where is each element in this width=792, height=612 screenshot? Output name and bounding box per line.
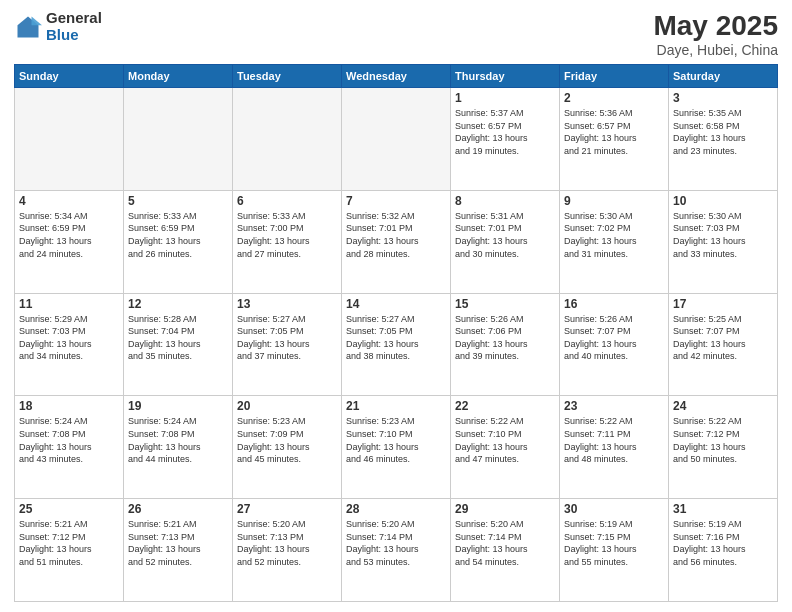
day-info: Sunrise: 5:24 AM Sunset: 7:08 PM Dayligh… — [128, 415, 228, 465]
day-number: 21 — [346, 399, 446, 413]
calendar-title: May 2025 — [653, 10, 778, 42]
day-info: Sunrise: 5:33 AM Sunset: 6:59 PM Dayligh… — [128, 210, 228, 260]
calendar-day: 26Sunrise: 5:21 AM Sunset: 7:13 PM Dayli… — [124, 499, 233, 602]
logo-icon — [14, 13, 42, 41]
svg-marker-0 — [18, 16, 39, 37]
day-number: 30 — [564, 502, 664, 516]
calendar-day: 14Sunrise: 5:27 AM Sunset: 7:05 PM Dayli… — [342, 293, 451, 396]
title-block: May 2025 Daye, Hubei, China — [653, 10, 778, 58]
day-info: Sunrise: 5:25 AM Sunset: 7:07 PM Dayligh… — [673, 313, 773, 363]
calendar-day: 20Sunrise: 5:23 AM Sunset: 7:09 PM Dayli… — [233, 396, 342, 499]
day-number: 9 — [564, 194, 664, 208]
calendar-day: 30Sunrise: 5:19 AM Sunset: 7:15 PM Dayli… — [560, 499, 669, 602]
calendar-day: 2Sunrise: 5:36 AM Sunset: 6:57 PM Daylig… — [560, 88, 669, 191]
calendar-day: 23Sunrise: 5:22 AM Sunset: 7:11 PM Dayli… — [560, 396, 669, 499]
day-number: 4 — [19, 194, 119, 208]
day-info: Sunrise: 5:36 AM Sunset: 6:57 PM Dayligh… — [564, 107, 664, 157]
page: General Blue May 2025 Daye, Hubei, China… — [0, 0, 792, 612]
day-number: 11 — [19, 297, 119, 311]
calendar-day — [124, 88, 233, 191]
day-info: Sunrise: 5:20 AM Sunset: 7:13 PM Dayligh… — [237, 518, 337, 568]
day-info: Sunrise: 5:27 AM Sunset: 7:05 PM Dayligh… — [346, 313, 446, 363]
logo-blue: Blue — [46, 27, 102, 44]
calendar-day — [342, 88, 451, 191]
calendar-day: 5Sunrise: 5:33 AM Sunset: 6:59 PM Daylig… — [124, 190, 233, 293]
day-number: 24 — [673, 399, 773, 413]
svg-marker-1 — [32, 16, 43, 25]
day-info: Sunrise: 5:29 AM Sunset: 7:03 PM Dayligh… — [19, 313, 119, 363]
calendar-week-3: 11Sunrise: 5:29 AM Sunset: 7:03 PM Dayli… — [15, 293, 778, 396]
calendar-day: 4Sunrise: 5:34 AM Sunset: 6:59 PM Daylig… — [15, 190, 124, 293]
day-number: 31 — [673, 502, 773, 516]
day-info: Sunrise: 5:27 AM Sunset: 7:05 PM Dayligh… — [237, 313, 337, 363]
day-info: Sunrise: 5:22 AM Sunset: 7:12 PM Dayligh… — [673, 415, 773, 465]
calendar-week-2: 4Sunrise: 5:34 AM Sunset: 6:59 PM Daylig… — [15, 190, 778, 293]
day-number: 17 — [673, 297, 773, 311]
calendar-day: 10Sunrise: 5:30 AM Sunset: 7:03 PM Dayli… — [669, 190, 778, 293]
calendar-day: 7Sunrise: 5:32 AM Sunset: 7:01 PM Daylig… — [342, 190, 451, 293]
calendar-day — [15, 88, 124, 191]
day-info: Sunrise: 5:21 AM Sunset: 7:13 PM Dayligh… — [128, 518, 228, 568]
calendar-day: 21Sunrise: 5:23 AM Sunset: 7:10 PM Dayli… — [342, 396, 451, 499]
day-info: Sunrise: 5:32 AM Sunset: 7:01 PM Dayligh… — [346, 210, 446, 260]
day-number: 1 — [455, 91, 555, 105]
day-info: Sunrise: 5:22 AM Sunset: 7:11 PM Dayligh… — [564, 415, 664, 465]
day-info: Sunrise: 5:23 AM Sunset: 7:10 PM Dayligh… — [346, 415, 446, 465]
calendar-day — [233, 88, 342, 191]
calendar-day: 15Sunrise: 5:26 AM Sunset: 7:06 PM Dayli… — [451, 293, 560, 396]
day-info: Sunrise: 5:24 AM Sunset: 7:08 PM Dayligh… — [19, 415, 119, 465]
logo-general: General — [46, 10, 102, 27]
day-number: 20 — [237, 399, 337, 413]
day-number: 14 — [346, 297, 446, 311]
day-info: Sunrise: 5:28 AM Sunset: 7:04 PM Dayligh… — [128, 313, 228, 363]
calendar-day: 8Sunrise: 5:31 AM Sunset: 7:01 PM Daylig… — [451, 190, 560, 293]
header-row: Sunday Monday Tuesday Wednesday Thursday… — [15, 65, 778, 88]
day-info: Sunrise: 5:37 AM Sunset: 6:57 PM Dayligh… — [455, 107, 555, 157]
day-info: Sunrise: 5:30 AM Sunset: 7:02 PM Dayligh… — [564, 210, 664, 260]
day-number: 22 — [455, 399, 555, 413]
day-number: 27 — [237, 502, 337, 516]
header-wednesday: Wednesday — [342, 65, 451, 88]
day-info: Sunrise: 5:26 AM Sunset: 7:06 PM Dayligh… — [455, 313, 555, 363]
header-friday: Friday — [560, 65, 669, 88]
calendar-day: 25Sunrise: 5:21 AM Sunset: 7:12 PM Dayli… — [15, 499, 124, 602]
calendar-day: 9Sunrise: 5:30 AM Sunset: 7:02 PM Daylig… — [560, 190, 669, 293]
day-number: 19 — [128, 399, 228, 413]
header-sunday: Sunday — [15, 65, 124, 88]
day-number: 23 — [564, 399, 664, 413]
day-number: 2 — [564, 91, 664, 105]
calendar-day: 13Sunrise: 5:27 AM Sunset: 7:05 PM Dayli… — [233, 293, 342, 396]
calendar-week-1: 1Sunrise: 5:37 AM Sunset: 6:57 PM Daylig… — [15, 88, 778, 191]
day-info: Sunrise: 5:21 AM Sunset: 7:12 PM Dayligh… — [19, 518, 119, 568]
calendar-day: 28Sunrise: 5:20 AM Sunset: 7:14 PM Dayli… — [342, 499, 451, 602]
day-info: Sunrise: 5:26 AM Sunset: 7:07 PM Dayligh… — [564, 313, 664, 363]
calendar-day: 22Sunrise: 5:22 AM Sunset: 7:10 PM Dayli… — [451, 396, 560, 499]
day-info: Sunrise: 5:22 AM Sunset: 7:10 PM Dayligh… — [455, 415, 555, 465]
calendar-subtitle: Daye, Hubei, China — [653, 42, 778, 58]
day-number: 29 — [455, 502, 555, 516]
calendar-week-4: 18Sunrise: 5:24 AM Sunset: 7:08 PM Dayli… — [15, 396, 778, 499]
header-tuesday: Tuesday — [233, 65, 342, 88]
calendar-day: 19Sunrise: 5:24 AM Sunset: 7:08 PM Dayli… — [124, 396, 233, 499]
header-monday: Monday — [124, 65, 233, 88]
logo: General Blue — [14, 10, 102, 43]
day-info: Sunrise: 5:20 AM Sunset: 7:14 PM Dayligh… — [455, 518, 555, 568]
logo-text: General Blue — [46, 10, 102, 43]
calendar-day: 27Sunrise: 5:20 AM Sunset: 7:13 PM Dayli… — [233, 499, 342, 602]
day-number: 5 — [128, 194, 228, 208]
calendar-day: 6Sunrise: 5:33 AM Sunset: 7:00 PM Daylig… — [233, 190, 342, 293]
calendar-table: Sunday Monday Tuesday Wednesday Thursday… — [14, 64, 778, 602]
day-number: 13 — [237, 297, 337, 311]
calendar-day: 1Sunrise: 5:37 AM Sunset: 6:57 PM Daylig… — [451, 88, 560, 191]
calendar-day: 17Sunrise: 5:25 AM Sunset: 7:07 PM Dayli… — [669, 293, 778, 396]
calendar-header: Sunday Monday Tuesday Wednesday Thursday… — [15, 65, 778, 88]
day-number: 8 — [455, 194, 555, 208]
day-info: Sunrise: 5:20 AM Sunset: 7:14 PM Dayligh… — [346, 518, 446, 568]
day-number: 6 — [237, 194, 337, 208]
day-info: Sunrise: 5:31 AM Sunset: 7:01 PM Dayligh… — [455, 210, 555, 260]
calendar-day: 3Sunrise: 5:35 AM Sunset: 6:58 PM Daylig… — [669, 88, 778, 191]
calendar-day: 12Sunrise: 5:28 AM Sunset: 7:04 PM Dayli… — [124, 293, 233, 396]
day-info: Sunrise: 5:34 AM Sunset: 6:59 PM Dayligh… — [19, 210, 119, 260]
day-number: 16 — [564, 297, 664, 311]
day-number: 28 — [346, 502, 446, 516]
